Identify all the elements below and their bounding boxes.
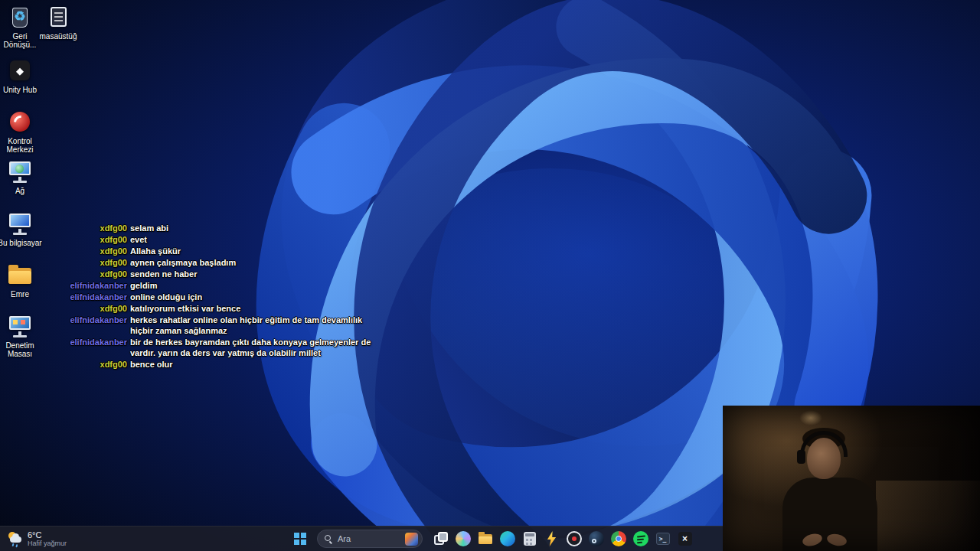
chat-message-text: aynen çalışmaya başladım — [130, 257, 374, 268]
search-daily-image-icon[interactable] — [405, 533, 418, 546]
desktop-icon-label: masaüstüğ — [35, 32, 81, 41]
webcam-person-hand — [802, 532, 824, 548]
control-center-icon — [6, 109, 34, 135]
chat-message-text: evet — [130, 234, 374, 245]
desktop-icon-control-panel[interactable]: Denetim Masası — [0, 314, 43, 358]
chat-message: xdfg00bence olur — [66, 359, 375, 370]
desktop-icon-label: Emre — [0, 290, 43, 298]
chat-message-text: bence olur — [130, 359, 374, 370]
control-panel-icon — [6, 314, 34, 340]
chat-message: elifnidakanberherkes rahatlar online ola… — [66, 315, 375, 336]
chat-username: xdfg00 — [66, 246, 127, 256]
webcam-overlay — [723, 406, 980, 551]
chat-username: elifnidakanber — [66, 315, 127, 325]
chat-username: xdfg00 — [66, 359, 127, 370]
desktop-icon-label: Ağ — [0, 187, 43, 195]
webcam-background-wall — [723, 406, 884, 507]
weather-text: 6°C Hafif yağmur — [28, 530, 67, 547]
desktop-icon-document[interactable]: masaüstüğ — [35, 5, 81, 41]
desktop: ♻Geri Dönüşü...masaüstüğ◆Unity HubKontro… — [0, 0, 980, 551]
chat-message-text: bir de herkes bayramdan çıktı daha konya… — [130, 337, 374, 358]
taskbar-center: Ara >_× — [288, 527, 696, 551]
taskbar-app-icons: >_× — [430, 528, 696, 549]
chat-username: xdfg00 — [66, 223, 127, 233]
spotify-icon[interactable] — [630, 528, 652, 549]
chat-message-text: geldim — [130, 280, 374, 291]
search-placeholder: Ara — [338, 534, 400, 543]
chat-message-text: selam abi — [130, 223, 374, 233]
desktop-icon-this-pc[interactable]: Bu bilgisayar — [0, 211, 43, 247]
weather-widget[interactable]: 6°C Hafif yağmur — [0, 527, 74, 551]
webcam-person-hair — [802, 428, 845, 449]
chat-username: xdfg00 — [66, 303, 127, 314]
webcam-person-face — [807, 438, 841, 479]
chat-username: xdfg00 — [66, 257, 127, 268]
chat-message-text: herkes rahatlar online olan hiçbir eğiti… — [130, 315, 374, 336]
chat-username: elifnidakanber — [66, 337, 127, 347]
obs-icon[interactable] — [564, 528, 585, 549]
copilot-icon[interactable] — [452, 528, 474, 549]
chat-message: xdfg00katılıyorum etkisi var bence — [66, 303, 375, 314]
folder-icon — [6, 262, 34, 289]
headphones-earcup — [797, 450, 805, 464]
unity-hub-icon: ◆ — [6, 58, 34, 84]
chat-message: elifnidakanberbir de herkes bayramdan çı… — [66, 337, 375, 358]
network-icon — [6, 159, 34, 185]
webcam-lamp-glow — [799, 410, 822, 425]
steam-icon[interactable] — [586, 528, 607, 549]
webcam-person-torso — [782, 478, 877, 551]
desktop-icon-unity-hub[interactable]: ◆Unity Hub — [0, 58, 43, 94]
calculator-icon[interactable] — [519, 528, 541, 549]
this-pc-icon — [6, 211, 34, 237]
desktop-icon-label: Unity Hub — [0, 86, 43, 94]
chat-message-text: katılıyorum etkisi var bence — [130, 303, 374, 314]
desktop-icon-folder[interactable]: Emre — [0, 262, 43, 298]
weather-rain-icon — [8, 531, 23, 546]
chat-message: elifnidakanberonline olduğu için — [66, 292, 375, 302]
chat-username: elifnidakanber — [66, 280, 127, 291]
chat-message: xdfg00selam abi — [66, 223, 375, 233]
search-icon — [325, 535, 333, 543]
webcam-person — [776, 427, 884, 551]
xbox-icon[interactable]: × — [675, 528, 696, 549]
desktop-icon-label: Kontrol Merkezi — [0, 137, 43, 154]
chat-message-text: Allaha şükür — [130, 246, 374, 256]
desktop-icon-network[interactable]: Ağ — [0, 159, 43, 195]
chat-message: xdfg00Allaha şükür — [66, 246, 375, 256]
windows-logo-icon — [294, 533, 306, 545]
desktop-icon-label: Denetim Masası — [0, 341, 43, 358]
chat-message: xdfg00evet — [66, 234, 375, 245]
weather-temperature: 6°C — [28, 530, 67, 540]
lightning-icon[interactable] — [541, 528, 563, 549]
chat-username: elifnidakanber — [66, 292, 127, 302]
chat-message: elifnidakanbergeldim — [66, 280, 375, 291]
chat-username: xdfg00 — [66, 234, 127, 245]
recycle-bin-icon: ♻ — [6, 5, 34, 31]
chat-message: xdfg00senden ne haber — [66, 269, 375, 279]
terminal-icon[interactable]: >_ — [652, 528, 674, 549]
chat-username: xdfg00 — [66, 269, 127, 279]
file-explorer-icon[interactable] — [475, 528, 496, 549]
headphones-band — [800, 431, 848, 457]
chrome-icon[interactable] — [608, 528, 629, 549]
webcam-bedding — [876, 481, 980, 551]
task-view-icon[interactable] — [430, 528, 452, 549]
chat-message-text: senden ne haber — [130, 269, 374, 279]
chat-message-text: online olduğu için — [130, 292, 374, 302]
desktop-icon-control-center[interactable]: Kontrol Merkezi — [0, 109, 43, 154]
document-icon — [44, 5, 72, 31]
chat-message: xdfg00aynen çalışmaya başladım — [66, 257, 375, 268]
search-box[interactable]: Ara — [317, 530, 423, 548]
webcam-person-hand — [826, 532, 848, 547]
chat-overlay: xdfg00selam abixdfg00evetxdfg00Allaha şü… — [66, 223, 375, 370]
desktop-icon-label: Bu bilgisayar — [0, 239, 43, 247]
edge-icon[interactable] — [497, 528, 518, 549]
weather-condition: Hafif yağmur — [28, 540, 67, 547]
start-button[interactable] — [288, 528, 312, 549]
